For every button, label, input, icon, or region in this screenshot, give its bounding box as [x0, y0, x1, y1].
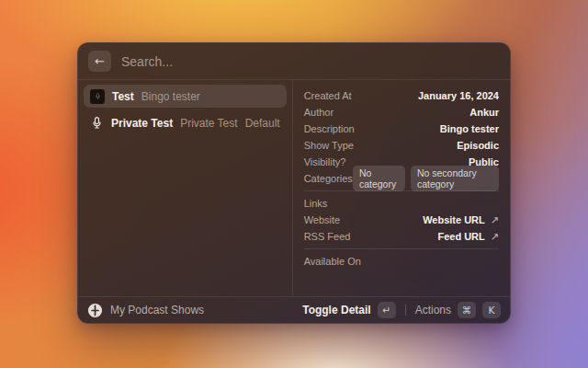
meta-label: Description — [304, 123, 355, 134]
extension-app-icon — [87, 303, 103, 318]
podcast-artwork-icon — [90, 89, 105, 104]
show-subtitle: Private Test — [180, 117, 237, 130]
links-section-header: Links — [304, 195, 499, 212]
meta-label: RSS Feed — [304, 231, 351, 242]
list-item-test[interactable]: Test Bingo tester — [84, 85, 287, 108]
link-text: Website URL — [423, 214, 485, 225]
search-input[interactable] — [121, 54, 500, 69]
meta-label: Author — [304, 107, 334, 118]
actions-button[interactable]: Actions — [415, 304, 451, 316]
meta-label: Website — [304, 214, 341, 225]
meta-row-author: Author Ankur — [304, 104, 499, 121]
search-bar: ← — [78, 43, 510, 80]
section-header-label: Links — [304, 198, 328, 209]
window-body: Test Bingo tester Private Test Private T… — [78, 80, 510, 296]
detail-panel: Created At January 16, 2024 Author Ankur… — [293, 80, 510, 296]
meta-row-website: Website Website URL ↗ — [304, 212, 499, 228]
feed-url-link[interactable]: Feed URL ↗ — [437, 231, 499, 243]
command-key-badge: ⌘ — [458, 302, 476, 318]
status-bar: My Podcast Shows Toggle Detail ↵ Actions… — [78, 296, 510, 323]
back-button[interactable]: ← — [88, 51, 111, 72]
show-title: Test — [112, 90, 134, 103]
tag-no-category: No category — [353, 166, 405, 191]
meta-value: January 16, 2024 — [418, 90, 499, 101]
toggle-detail-button[interactable]: Toggle Detail — [302, 304, 370, 316]
return-key-badge: ↵ — [378, 302, 396, 318]
meta-value: Episodic — [457, 140, 499, 151]
show-accessory: Default — [245, 117, 280, 130]
external-link-icon: ↗ — [491, 214, 499, 226]
meta-label: Visibility? — [304, 156, 346, 167]
meta-value: Bingo tester — [440, 123, 499, 134]
footer-separator — [405, 305, 406, 316]
tag-no-secondary-category: No secondary category — [411, 166, 499, 191]
category-tags: No category No secondary category — [353, 166, 499, 191]
meta-label: Show Type — [304, 140, 354, 151]
extension-name: My Podcast Shows — [110, 304, 204, 316]
k-key-badge: K — [482, 302, 501, 318]
raycast-window: ← Test Bingo tester Priv — [77, 42, 511, 324]
microphone-icon — [90, 116, 104, 130]
meta-row-rss-feed: RSS Feed Feed URL ↗ — [304, 228, 499, 245]
meta-row-created-at: Created At January 16, 2024 — [304, 87, 499, 104]
link-text: Feed URL — [437, 231, 484, 242]
meta-label: Created At — [304, 90, 352, 101]
shows-list: Test Bingo tester Private Test Private T… — [78, 80, 293, 296]
meta-row-description: Description Bingo tester — [304, 121, 499, 137]
section-divider — [304, 248, 499, 249]
external-link-icon: ↗ — [491, 231, 499, 243]
meta-row-show-type: Show Type Episodic — [304, 137, 499, 154]
meta-value: Ankur — [469, 107, 499, 118]
show-title: Private Test — [111, 117, 173, 130]
footer-actions: Toggle Detail ↵ Actions ⌘ K — [302, 302, 501, 318]
list-item-private-test[interactable]: Private Test Private Test Default — [84, 111, 287, 134]
meta-label: Categories — [304, 173, 353, 184]
section-header-label: Available On — [304, 256, 361, 267]
show-subtitle: Bingo tester — [141, 90, 200, 103]
available-on-section-header: Available On — [304, 253, 499, 270]
meta-row-categories: Categories No category No secondary cate… — [304, 170, 499, 187]
website-url-link[interactable]: Website URL ↗ — [423, 214, 499, 226]
